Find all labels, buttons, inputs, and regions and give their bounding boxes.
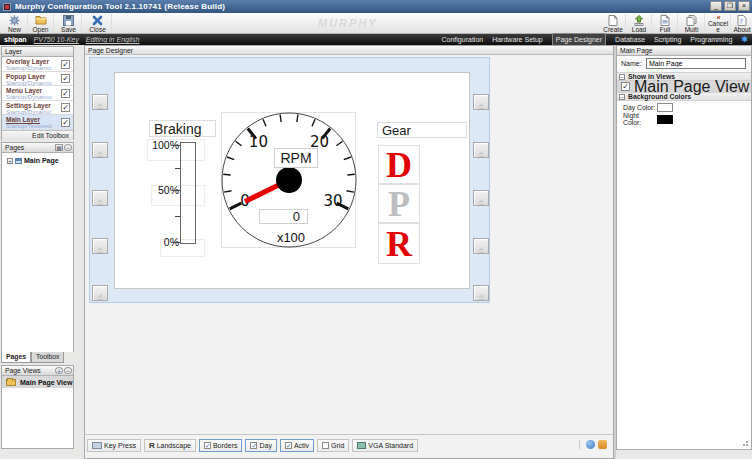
softkey-button[interactable] <box>92 94 108 110</box>
layer-item-popup[interactable]: Popup Layer Startup/Dynamic <box>2 72 73 87</box>
menu-database[interactable]: Database <box>615 34 645 45</box>
softkey-button[interactable] <box>473 238 489 254</box>
softkey-button[interactable] <box>473 285 489 301</box>
document-icon <box>660 15 670 26</box>
gear-position-r[interactable]: R <box>378 223 420 264</box>
menu-hardware-setup[interactable]: Hardware Setup <box>492 34 543 45</box>
close-project-button[interactable]: Close <box>84 14 112 33</box>
softkey-button[interactable] <box>473 190 489 206</box>
application-window: Murphy Configuration Tool 2.1.10741 (Rel… <box>0 0 752 459</box>
name-input[interactable] <box>646 58 746 69</box>
softkey-button[interactable] <box>92 285 108 301</box>
braking-label-widget[interactable]: Braking <box>149 120 216 137</box>
page-views-remove-icon[interactable]: − <box>64 367 72 374</box>
key-press-button[interactable]: Key Press <box>87 439 141 452</box>
layer-item-overlay[interactable]: Overlay Layer Startup/Dynamic <box>2 57 73 72</box>
page-designer-panel: Page Designer Braking 100% 50% <box>84 45 614 459</box>
layer-visibility-checkbox[interactable] <box>61 74 70 83</box>
active-label: Activ <box>294 442 309 449</box>
softkey-button[interactable] <box>473 94 489 110</box>
create-button[interactable]: Create <box>601 14 626 33</box>
softkey-button[interactable] <box>92 238 108 254</box>
keyboard-icon <box>92 442 102 449</box>
tab-toolbox[interactable]: Toolbox <box>31 352 64 363</box>
collapse-icon[interactable] <box>619 74 625 80</box>
gear-position-d[interactable]: D <box>378 145 420 184</box>
active-checkbox[interactable] <box>285 442 292 449</box>
layer-item-main[interactable]: Main Layer Startup/Textured <box>2 115 73 130</box>
device-screen[interactable]: Braking 100% 50% 0% <box>114 72 470 289</box>
open-button-label: Open <box>33 27 49 33</box>
close-x-icon <box>92 15 103 26</box>
gear-label-widget[interactable]: Gear <box>377 122 467 138</box>
grid-toggle[interactable]: Grid <box>317 439 349 452</box>
night-color-label: Night Color: <box>623 112 657 126</box>
device-link[interactable]: PV750 10-Key <box>34 36 79 43</box>
show-in-views-item[interactable]: Main Page View <box>617 81 751 92</box>
multi-button-label: Multi <box>685 27 699 33</box>
sparkle-icon[interactable]: ✱ <box>741 35 748 44</box>
load-button-label: Load <box>632 27 646 33</box>
about-button[interactable]: ? About <box>732 14 752 33</box>
softkey-button[interactable] <box>92 190 108 206</box>
pages-collapse-icon[interactable]: − <box>64 144 72 151</box>
collapse-icon[interactable] <box>619 94 625 100</box>
gauge-value-box[interactable]: 0 <box>259 209 308 224</box>
page-views-title: Page Views <box>5 367 41 374</box>
layer-item-settings[interactable]: Settings Layer Startup/Dynamic <box>2 101 73 116</box>
rotate-icon: R <box>149 441 155 450</box>
layer-visibility-checkbox[interactable] <box>61 89 70 98</box>
cancel-button[interactable]: Cancel e <box>706 14 731 33</box>
borders-checkbox[interactable] <box>204 442 211 449</box>
layer-item-menu[interactable]: Menu Layer Startup/Dynamic <box>2 86 73 101</box>
minimize-button[interactable]: _ <box>710 1 722 11</box>
menu-programming[interactable]: Programming <box>690 34 732 45</box>
pages-panel-header: Pages ▦ − <box>2 143 73 153</box>
page-views-add-icon[interactable]: + <box>55 367 63 374</box>
new-button[interactable]: New <box>2 14 28 33</box>
day-color-swatch[interactable] <box>657 103 673 112</box>
borders-toggle[interactable]: Borders <box>199 439 243 452</box>
tree-item-main-page[interactable]: Main Page <box>2 156 73 165</box>
project-bar: shipan PV750 10-Key Editing in English C… <box>0 34 752 45</box>
bar-gauge-tickmark <box>175 216 180 217</box>
tab-pages[interactable]: Pages <box>1 352 31 363</box>
gear-position-p[interactable]: P <box>378 184 420 223</box>
design-canvas[interactable]: Braking 100% 50% 0% <box>89 57 490 303</box>
language-link[interactable]: Editing in English <box>86 36 140 43</box>
tree-expand-icon[interactable] <box>7 158 13 164</box>
open-folder-icon <box>35 15 47 26</box>
home-icon[interactable] <box>598 440 607 449</box>
open-button[interactable]: Open <box>28 14 54 33</box>
landscape-button[interactable]: R Landscape <box>144 439 196 452</box>
murphy-watermark: MURPHY <box>318 17 378 32</box>
menu-configuration[interactable]: Configuration <box>442 34 484 45</box>
day-checkbox[interactable] <box>250 442 257 449</box>
softkey-button[interactable] <box>92 142 108 158</box>
day-toggle[interactable]: Day <box>245 439 276 452</box>
save-button[interactable]: Save <box>56 14 82 33</box>
pages-list-view-icon[interactable]: ▦ <box>55 144 63 151</box>
grid-checkbox[interactable] <box>322 442 329 449</box>
multi-button[interactable]: Multi <box>679 14 705 33</box>
menu-scripting[interactable]: Scripting <box>654 34 681 45</box>
close-button[interactable]: × <box>738 1 750 11</box>
full-button[interactable]: Full <box>653 14 678 33</box>
layer-visibility-checkbox[interactable] <box>61 118 70 127</box>
page-view-item[interactable]: Main Page View <box>2 376 73 388</box>
layer-visibility-checkbox[interactable] <box>61 60 70 69</box>
load-button[interactable]: Load <box>627 14 652 33</box>
view-checkbox[interactable] <box>621 82 630 91</box>
properties-panel-header: Main Page <box>617 46 751 56</box>
restore-button[interactable]: ❐ <box>724 1 736 11</box>
vga-standard-button[interactable]: VGA Standard <box>352 439 418 452</box>
active-toggle[interactable]: Activ <box>280 439 314 452</box>
edit-toolbox-button[interactable]: Edit Toolbox <box>2 130 73 140</box>
bar-gauge-track[interactable] <box>180 142 196 244</box>
night-color-swatch[interactable] <box>657 115 673 124</box>
gauge-title-box[interactable]: RPM <box>274 148 318 168</box>
layer-visibility-checkbox[interactable] <box>61 103 70 112</box>
softkey-button[interactable] <box>473 142 489 158</box>
globe-icon[interactable] <box>586 440 595 449</box>
resize-grip[interactable] <box>741 439 749 447</box>
